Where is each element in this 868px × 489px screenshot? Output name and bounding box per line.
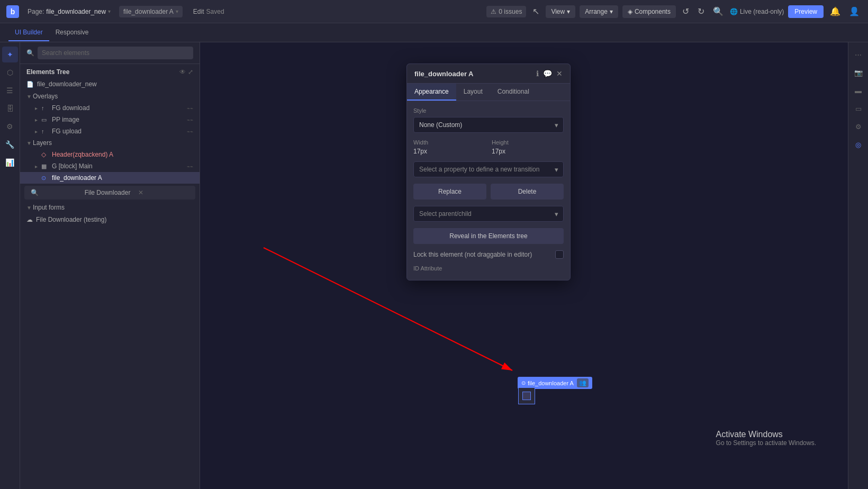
search-inline-value: File Downloader (85, 189, 135, 196)
view-button[interactable]: View ▾ (546, 5, 575, 18)
eye-icon[interactable]: 👁 (179, 68, 186, 76)
secondary-nav: UI Builder Responsive (0, 23, 868, 42)
undo-button[interactable]: ↺ (680, 4, 691, 19)
input-forms-item-label: File Downloader (testing) (36, 216, 106, 223)
info-icon[interactable]: ℹ (536, 69, 539, 78)
replace-delete-row: Replace Delete (413, 184, 564, 200)
modal-overlay: file_downloader A ℹ 💬 ✕ Appearance Layou… (200, 42, 848, 489)
tab-layout[interactable]: Layout (456, 84, 490, 101)
notification-button[interactable]: 🔔 (828, 4, 843, 19)
g-block-arrow-icon: ▸ (35, 164, 40, 169)
fg-download-icon: ↑ (41, 105, 50, 111)
style-select[interactable]: None (Custom) (413, 117, 564, 133)
modal-body: Style None (Custom) Width 17px Hei (407, 101, 570, 280)
right-sidebar: ⋯ 📷 ▬ ▭ ⚙ ◎ (848, 42, 868, 489)
page-chevron-icon: ▾ (108, 8, 111, 14)
globe-icon: 🌐 (730, 8, 738, 15)
tab-appearance[interactable]: Appearance (407, 84, 456, 101)
overlays-label: Overlays (33, 93, 58, 100)
sidebar-settings-button[interactable]: ⚙ (2, 119, 18, 134)
lock-row: Lock this element (not draggable in edit… (413, 250, 564, 259)
expand-icon[interactable]: ⤢ (188, 68, 193, 76)
right-sidebar-screen-button[interactable]: ▭ (851, 101, 866, 116)
search-inline-close-icon[interactable]: ✕ (138, 189, 189, 196)
saved-label: Saved (206, 8, 224, 15)
appearance-modal: file_downloader A ℹ 💬 ✕ Appearance Layou… (406, 64, 571, 280)
component-name: file_downloader A (123, 8, 174, 15)
search-button[interactable]: 🔍 (711, 4, 726, 19)
search-elements-input[interactable] (38, 47, 193, 59)
live-label: Live (read-only) (740, 8, 784, 15)
header-diamond-icon: ◇ (41, 151, 50, 158)
page-file-label: file_downloader_new (37, 80, 97, 88)
tree-item-header[interactable]: ◇ Header(zqbackend) A (20, 149, 200, 160)
tab-responsive[interactable]: Responsive (49, 24, 95, 41)
input-forms-group-header[interactable]: ▼ Input forms (20, 202, 200, 213)
sidebar-data-button[interactable]: ☰ (2, 83, 18, 98)
lock-checkbox[interactable] (555, 250, 564, 259)
tree-item-g-block[interactable]: ▸ ▦ G [block] Main ⌁⌁ (20, 160, 200, 172)
pp-image-icon: ▭ (41, 116, 50, 123)
sidebar-db-button[interactable]: 🗄 (2, 101, 18, 116)
style-value: None (Custom) (419, 121, 462, 129)
right-sidebar-camera-button[interactable]: 📷 (851, 65, 866, 80)
redo-button[interactable]: ↻ (695, 4, 707, 19)
activate-windows-title: Activate Windows (716, 430, 816, 439)
components-button[interactable]: ◈ Components (622, 5, 676, 18)
parent-child-select-wrap: Select parent/child (413, 206, 564, 222)
account-button[interactable]: 👤 (847, 4, 862, 19)
right-sidebar-btn-1[interactable]: ⋯ (851, 47, 866, 62)
pp-image-label: PP image (52, 116, 187, 123)
lock-label: Lock this element (not draggable in edit… (413, 251, 532, 258)
pointer-tool-button[interactable]: ↖ (530, 4, 541, 19)
dimensions-row: Width 17px Height 17px (413, 139, 564, 155)
modal-close-icon[interactable]: ✕ (556, 69, 563, 78)
sidebar-elements-button[interactable]: ✦ (2, 47, 18, 62)
issues-indicator[interactable]: ⚠ 0 issues (486, 6, 526, 17)
right-sidebar-target-button[interactable]: ◎ (851, 137, 866, 152)
sidebar-plugins-button[interactable]: 🔧 (2, 137, 18, 152)
input-forms-file-downloader[interactable]: ☁ File Downloader (testing) (20, 213, 200, 226)
page-name: file_downloader_new (46, 8, 106, 15)
chat-icon[interactable]: 💬 (543, 69, 552, 78)
tab-ui-builder[interactable]: UI Builder (8, 24, 49, 41)
elements-tree-label: Elements Tree (26, 68, 69, 76)
fg-upload-right-icon: ⌁⌁ (187, 129, 193, 134)
issues-count: 0 issues (499, 8, 522, 15)
tree-item-fg-download[interactable]: ▸ ↑ FG download ⌁⌁ (20, 102, 200, 114)
page-label: Page: (28, 8, 44, 15)
tree-item-pp-image[interactable]: ▸ ▭ PP image ⌁⌁ (20, 114, 200, 125)
arrange-button[interactable]: Arrange ▾ (580, 5, 618, 18)
sidebar-connections-button[interactable]: ⬡ (2, 65, 18, 80)
layers-group-header[interactable]: ▼ Layers (20, 137, 200, 149)
pp-image-arrow-icon: ▸ (35, 117, 40, 123)
transition-select[interactable]: Select a property to define a new transi… (413, 161, 564, 177)
page-selector[interactable]: Page: file_downloader_new ▾ (28, 8, 111, 15)
tab-conditional[interactable]: Conditional (490, 84, 537, 101)
style-label: Style (413, 107, 564, 114)
topbar: b Page: file_downloader_new ▾ file_downl… (0, 0, 868, 23)
fg-upload-icon: ↑ (41, 128, 50, 134)
input-forms-label: Input forms (33, 204, 65, 211)
right-sidebar-video-button[interactable]: ▬ (851, 83, 866, 98)
view-chevron-icon: ▾ (567, 8, 570, 15)
width-field: Width 17px (413, 139, 485, 155)
cloud-icon: ☁ (26, 216, 33, 223)
parent-child-select[interactable]: Select parent/child (413, 206, 564, 222)
canvas: ⊙ file_downloader A 👥 Activate Windows G… (200, 42, 848, 489)
preview-button[interactable]: Preview (788, 5, 824, 18)
width-label: Width (413, 139, 485, 146)
sidebar-analytics-button[interactable]: 📊 (2, 155, 18, 170)
layers-arrow-icon: ▼ (26, 140, 32, 146)
overlays-group-header[interactable]: ▼ Overlays (20, 90, 200, 102)
fg-download-label: FG download (52, 104, 187, 112)
tree-item-file-downloader[interactable]: ⊙ file_downloader A (20, 172, 200, 184)
elements-tree-header: Elements Tree 👁 ⤢ (20, 64, 200, 78)
reveal-button[interactable]: Reveal in the Elements tree (413, 228, 564, 244)
live-indicator: 🌐 Live (read-only) (730, 8, 784, 15)
tree-item-fg-upload[interactable]: ▸ ↑ FG upload ⌁⌁ (20, 125, 200, 137)
component-selector[interactable]: file_downloader A ▾ (119, 6, 183, 17)
right-sidebar-gear-button[interactable]: ⚙ (851, 119, 866, 134)
delete-button[interactable]: Delete (491, 184, 564, 200)
replace-button[interactable]: Replace (413, 184, 486, 200)
